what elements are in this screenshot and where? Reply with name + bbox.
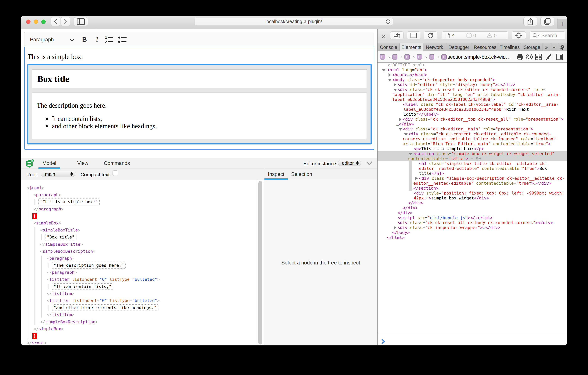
close-inspector-icon[interactable] xyxy=(381,34,386,39)
code-line[interactable]: </simpleBoxTitle> xyxy=(21,241,257,248)
code-line[interactable]: <script src="dist/bundle.js"></script> xyxy=(378,215,567,220)
code-line[interactable]: "The description goes here." xyxy=(21,262,257,269)
code-line[interactable]: editor__nested-editable" contenteditable… xyxy=(378,181,567,186)
code-line[interactable]: </simpleBoxDescription> xyxy=(21,318,257,325)
code-line[interactable]: contenteditable="false"> = $0 xyxy=(378,156,567,161)
console-prompt[interactable] xyxy=(378,333,567,345)
code-line[interactable]: <div id="editor" style="display: none;">… xyxy=(378,82,567,87)
tab-commands[interactable]: Commands xyxy=(101,158,133,168)
code-line[interactable]: </div> xyxy=(378,206,567,210)
model-tree-scrollbar[interactable] xyxy=(257,180,264,345)
close-window-button[interactable] xyxy=(26,20,31,24)
triangle-down-icon[interactable] xyxy=(409,153,412,155)
code-line[interactable]: [ xyxy=(21,212,257,220)
url-field[interactable]: localhost/creating-a-plugin/ xyxy=(195,18,393,25)
code-line[interactable]: <div class="ck ck-reset ck-editor ck-rou… xyxy=(378,87,567,92)
inspector-tab-resources[interactable]: Resources xyxy=(472,44,498,51)
bold-button[interactable]: B xyxy=(79,34,90,44)
code-line[interactable]: </listItem> xyxy=(21,311,257,318)
code-line[interactable]: <label class="ck ck-label ck-voice-label… xyxy=(378,102,567,107)
bulleted-list-button[interactable] xyxy=(117,34,128,44)
inspector-tab-network[interactable]: Network xyxy=(423,44,446,51)
collapse-inspector-button[interactable] xyxy=(366,161,372,165)
inspector-tab-elements[interactable]: Elements xyxy=(400,44,423,51)
code-line[interactable]: <!DOCTYPE html> xyxy=(378,63,567,67)
inspector-settings-tab[interactable] xyxy=(558,44,567,51)
code-line[interactable]: <div class="ck ck-editor__main" role="pr… xyxy=(378,127,567,132)
minimize-window-button[interactable] xyxy=(34,20,38,24)
triangle-down-icon[interactable] xyxy=(393,89,397,91)
triangle-down-icon[interactable] xyxy=(404,133,408,136)
code-line[interactable]: </listItem> xyxy=(21,290,257,297)
paragraph-dropdown[interactable]: Paragraph xyxy=(30,37,54,43)
breadcrumb-element-badge[interactable]: E xyxy=(392,54,398,60)
code-line[interactable]: <simpleBoxDescription> xyxy=(21,248,257,255)
inspector-tab-timelines[interactable]: Timelines xyxy=(498,44,521,51)
code-line[interactable]: <simpleBoxTitle> xyxy=(21,227,257,233)
code-line[interactable]: "It can contain lists," xyxy=(21,283,257,290)
sidebar-toggle-button[interactable] xyxy=(74,17,88,26)
forward-button[interactable] xyxy=(61,17,70,26)
code-line[interactable]: <paragraph> xyxy=(21,191,257,198)
code-line[interactable]: </paragraph> xyxy=(21,206,257,212)
inspector-tab-debugger[interactable]: Debugger xyxy=(446,44,472,51)
share-button[interactable] xyxy=(523,17,537,26)
code-line[interactable]: </$root> xyxy=(21,339,257,345)
triangle-right-icon[interactable] xyxy=(388,73,391,77)
code-line[interactable]: </div> xyxy=(378,210,567,215)
print-icon[interactable] xyxy=(516,54,523,60)
code-line[interactable]: <div class="ck-inspector-wrapper">…</div… xyxy=(378,225,567,230)
breadcrumb-element-badge[interactable]: E xyxy=(441,54,447,60)
editor-content[interactable]: This is a simple box: Box title The desc… xyxy=(24,47,374,150)
code-line[interactable]: </body> xyxy=(378,230,567,235)
breadcrumb-element-badge[interactable]: E xyxy=(417,54,422,60)
more-tabs-button[interactable]: » xyxy=(543,44,550,51)
code-line[interactable]: </paragraph> xyxy=(21,269,257,276)
code-line[interactable]: <listItem listIndent="0" listType="bulle… xyxy=(21,276,257,283)
inspector-search-field[interactable]: Search xyxy=(530,32,565,39)
simple-box-description[interactable]: The description goes here. It can contai… xyxy=(32,92,367,139)
code-line[interactable]: "application" dir="ltr" lang="en" aria-l… xyxy=(378,92,567,97)
resource-counters[interactable]: 4 0 0 xyxy=(442,32,508,39)
add-tab-button[interactable]: + xyxy=(550,44,558,51)
code-line[interactable]: <p>This is a simple box:</p> xyxy=(378,146,567,151)
code-line[interactable]: ] xyxy=(21,332,257,339)
model-tree[interactable]: <$root><paragraph>"This is a simple box:… xyxy=(21,180,257,345)
code-line[interactable]: <section class="simple-box ck-widget ck-… xyxy=(378,151,567,156)
code-line[interactable]: <listItem listIndent="0" listType="bulle… xyxy=(21,297,257,304)
scrollbar-thumb[interactable] xyxy=(258,181,262,344)
triangle-down-icon[interactable] xyxy=(388,79,392,81)
tab-overview-button[interactable] xyxy=(540,17,554,26)
code-line[interactable]: <div class="ck ck-content ck-editor__edi… xyxy=(378,132,567,136)
code-line[interactable]: <div class="ck ck-editor__top ck-reset_a… xyxy=(378,117,567,122)
code-line[interactable]: </section> xyxy=(378,186,567,191)
code-line[interactable]: label_e63cbbfece34c53ce23501062343f49b8"… xyxy=(378,107,567,112)
new-tab-button[interactable]: + xyxy=(557,19,567,29)
tab-inspect[interactable]: Inspect xyxy=(264,169,288,180)
code-line[interactable]: "and other block elements like headings.… xyxy=(21,304,257,311)
code-line[interactable]: editor__nested-editable" contenteditable… xyxy=(378,166,567,171)
breadcrumb-element-badge[interactable]: E xyxy=(429,54,434,60)
code-line[interactable]: Editor</label> xyxy=(378,112,567,117)
code-line[interactable]: <div class="ck ck-reset_all ck-body ck-r… xyxy=(378,220,567,225)
simple-box-title[interactable]: Box title xyxy=(32,69,367,88)
triangle-down-icon[interactable] xyxy=(399,128,402,131)
triangle-right-icon[interactable] xyxy=(415,177,418,180)
code-line[interactable]: "This is a simple box:" xyxy=(21,198,257,205)
editor-paragraph[interactable]: This is a simple box: xyxy=(28,53,83,61)
triangle-right-icon[interactable] xyxy=(399,118,401,121)
inspector-reload-button[interactable] xyxy=(424,32,437,39)
code-line[interactable]: <$root> xyxy=(21,184,257,191)
code-line[interactable]: <simpleBox> xyxy=(21,220,257,227)
code-line[interactable]: <body class="ck-inspector-body-expanded"… xyxy=(378,77,567,82)
root-select[interactable]: main xyxy=(41,171,75,177)
tab-model[interactable]: Model xyxy=(38,158,60,168)
compact-text-checkbox[interactable] xyxy=(113,170,118,176)
code-line[interactable]: "Box title" xyxy=(21,233,257,241)
triangle-right-icon[interactable] xyxy=(394,226,396,229)
back-button[interactable] xyxy=(51,17,60,26)
dock-to-bottom-button[interactable] xyxy=(407,32,420,39)
code-line[interactable]: <div style="position: fixed; top: 0px; l… xyxy=(378,191,567,196)
code-line[interactable]: </html> xyxy=(378,235,567,240)
numbered-list-button[interactable]: 1 2 xyxy=(104,34,115,44)
